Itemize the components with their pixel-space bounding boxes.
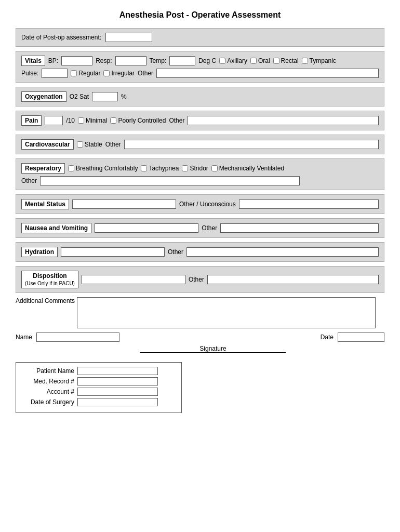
regular-label: Regular (78, 70, 100, 77)
minimal-checkbox[interactable] (78, 117, 84, 124)
patient-name-input[interactable] (77, 367, 158, 375)
stridor-group: Stridor (182, 165, 208, 172)
date-input[interactable] (338, 332, 384, 342)
nausea-other-label: Other (202, 224, 217, 232)
patient-name-row: Patient Name (22, 367, 175, 375)
hydration-input[interactable] (61, 247, 165, 257)
mechanically-label: Mechanically Ventilated (219, 165, 284, 172)
rectal-checkbox[interactable] (273, 58, 279, 64)
resp-other-input[interactable] (40, 176, 300, 185)
poorly-controlled-group: Poorly Controlled (110, 117, 166, 124)
nausea-section: Nausea and Vomiting Other (16, 218, 384, 238)
date-postop-input[interactable] (105, 33, 152, 42)
tympanic-group: Tympanic (302, 57, 336, 64)
hydration-label: Hydration (21, 247, 58, 257)
date-postop-section: Date of Post-op assessment: (16, 28, 384, 47)
poorly-controlled-label: Poorly Controlled (118, 117, 166, 124)
disposition-section: Disposition (Use Only if in PACU) Other (16, 266, 384, 293)
nausea-input[interactable] (95, 223, 198, 233)
patient-name-label: Patient Name (22, 367, 74, 375)
surgery-date-input[interactable] (77, 398, 158, 406)
pulse-label: Pulse: (21, 70, 38, 77)
stridor-checkbox[interactable] (182, 165, 188, 171)
pulse-input[interactable] (42, 69, 68, 78)
date-label2: Date (321, 334, 334, 341)
oral-label: Oral (258, 57, 270, 64)
respiratory-section: Resperatory Breathing Comfortably Tachyp… (16, 158, 384, 190)
mental-status-section: Mental Status Other / Unconscious (16, 194, 384, 214)
oral-group: Oral (250, 57, 270, 64)
o2sat-input[interactable] (92, 92, 118, 101)
hydration-other-input[interactable] (186, 247, 379, 257)
poorly-controlled-checkbox[interactable] (110, 117, 116, 124)
resp-input[interactable] (115, 56, 146, 65)
signature-line: Signature (140, 345, 286, 353)
vitals-other-label: Other (138, 70, 153, 77)
mental-status-input[interactable] (72, 200, 176, 209)
regular-checkbox[interactable] (71, 70, 77, 76)
mental-other-input[interactable] (239, 200, 379, 209)
additional-comments-row: Additional Comments (16, 297, 384, 328)
resp-other-label: Other (21, 177, 37, 184)
irregular-label: Irregular (111, 70, 135, 77)
date-postop-label: Date of Post-op assessment: (21, 34, 101, 41)
bp-input[interactable] (61, 56, 92, 65)
disposition-other-input[interactable] (207, 275, 379, 284)
tympanic-checkbox[interactable] (302, 58, 308, 64)
stable-checkbox[interactable] (77, 141, 83, 148)
irregular-checkbox[interactable] (103, 70, 110, 76)
cardiovascular-section: Cardiovascular Stable Other (16, 135, 384, 154)
tachypnea-checkbox[interactable] (141, 165, 147, 171)
signature-section: Signature (42, 345, 384, 353)
name-input[interactable] (36, 332, 119, 342)
stable-label: Stable (85, 141, 102, 148)
account-input[interactable] (77, 388, 158, 396)
breathing-checkbox[interactable] (68, 165, 74, 171)
disposition-other-label: Other (189, 276, 204, 283)
additional-comments-textarea[interactable] (77, 297, 376, 328)
tachypnea-group: Tachypnea (141, 165, 179, 172)
regular-group: Regular (71, 70, 100, 77)
account-row: Account # (22, 388, 175, 396)
patient-info-box: Patient Name Med. Record # Account # Dat… (16, 362, 182, 413)
minimal-group: Minimal (78, 117, 107, 124)
account-label: Account # (22, 388, 74, 395)
med-record-input[interactable] (77, 377, 158, 385)
oxygenation-label: Oxygenation (21, 91, 66, 102)
axillary-checkbox[interactable] (219, 58, 225, 64)
disposition-input[interactable] (82, 275, 185, 284)
tachypnea-label: Tachypnea (149, 165, 179, 172)
signature-label: Signature (199, 345, 226, 352)
cardio-other-label: Other (105, 141, 121, 148)
rectal-label: Rectal (281, 57, 299, 64)
page-title: Anesthesia Post - Operative Assessment (16, 10, 384, 20)
temp-label: Temp: (150, 57, 167, 64)
breathing-group: Breathing Comfortably (68, 165, 138, 172)
name-label: Name (16, 334, 32, 341)
minimal-label: Minimal (86, 117, 107, 124)
hydration-section: Hydration Other (16, 242, 384, 262)
oral-checkbox[interactable] (250, 58, 257, 64)
oxygenation-section: Oxygenation O2 Sat % (16, 87, 384, 107)
breathing-label: Breathing Comfortably (76, 165, 138, 172)
temp-input[interactable] (169, 56, 195, 65)
pain-score-input[interactable] (45, 116, 63, 125)
name-date-row: Name Date (16, 332, 384, 342)
vitals-other-input[interactable] (156, 69, 379, 78)
axillary-label: Axillary (227, 57, 247, 64)
stridor-label: Stridor (190, 165, 208, 172)
resp-label: Resp: (96, 57, 112, 64)
surgery-date-label: Date of Surgery (22, 398, 74, 406)
nausea-other-input[interactable] (220, 223, 379, 233)
mechanically-checkbox[interactable] (211, 165, 218, 171)
mechanically-group: Mechanically Ventilated (211, 165, 284, 172)
cardiovascular-label: Cardiovascular (21, 139, 74, 150)
med-record-label: Med. Record # (22, 378, 74, 385)
med-record-row: Med. Record # (22, 377, 175, 385)
pain-other-input[interactable] (188, 116, 379, 125)
cardio-other-input[interactable] (124, 140, 379, 149)
vitals-label: Vitals (21, 56, 45, 66)
pain-other-label: Other (169, 117, 184, 124)
bp-label: BP: (48, 57, 58, 64)
rectal-group: Rectal (273, 57, 299, 64)
